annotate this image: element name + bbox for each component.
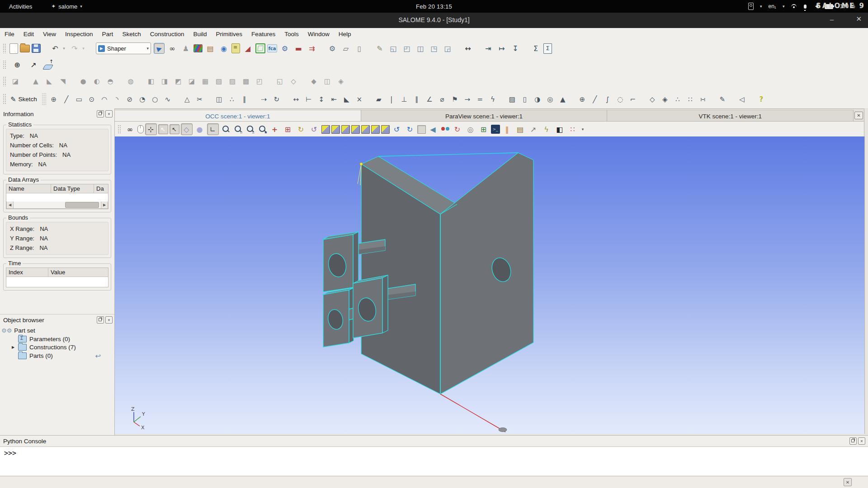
scale-icon[interactable]: ◈ [335,75,347,87]
sketch-translation-icon[interactable]: ⇢ [259,94,269,105]
presentation-params-icon[interactable]: ∷ [567,123,579,135]
extrusion-cut-icon[interactable]: ◣ [43,75,55,87]
constraint-horizontal-icon[interactable]: ⊥ [399,94,410,105]
python-console[interactable]: >>> [0,446,868,476]
constraint-parallel-icon[interactable]: ∥ [411,94,422,105]
tree-item-parameters[interactable]: Parameters (0) [0,335,114,343]
sketch-mirror-icon[interactable]: ◫ [214,94,225,105]
solid-points-icon[interactable]: ◈ [660,94,670,105]
boolean-fuse-icon[interactable]: ◧ [145,75,157,87]
status-close-icon[interactable]: ✕ [844,478,852,486]
pan-icon[interactable]: + [269,123,281,135]
reset-view-icon[interactable] [417,125,426,134]
remove-sub-shapes-icon[interactable]: ◰ [254,75,265,87]
select-cursor-icon[interactable] [158,124,168,134]
redo-options-icon[interactable]: ▾ [80,42,86,54]
scroll-track[interactable] [14,202,101,208]
constraint-fixed-icon[interactable]: ⚑ [449,94,460,105]
sketch-ellipse-icon[interactable]: ⊘ [124,94,135,105]
cloud-small-icon[interactable]: ∴ [672,94,683,105]
circle-3d-icon[interactable]: ◌ [615,94,626,105]
line-3d-icon[interactable]: ╱ [590,94,600,105]
notebook-sigma-icon[interactable]: Σ [530,42,542,54]
rotate-clockwise-icon[interactable]: ↻ [404,123,416,135]
float-panel-icon[interactable] [97,316,104,324]
sketch-trim-icon[interactable]: ✂ [194,94,205,105]
shape-group-icon[interactable]: ◁ [736,94,747,105]
undo-options-icon[interactable]: ▾ [61,42,67,54]
menu-inspection[interactable]: Inspection [61,29,98,39]
menu-window[interactable]: Window [303,29,334,39]
measurements-icon[interactable]: ▤ [514,123,526,135]
float-panel-icon[interactable] [97,110,104,117]
tree-item-parts[interactable]: Parts (0)↩ [0,351,114,361]
settings-icon[interactable]: ⚙ [326,42,338,54]
extrusion-icon[interactable]: ▲ [30,75,42,87]
mouse-bindings-icon[interactable] [137,125,144,133]
menu-help[interactable]: Help [334,29,356,39]
constraint-vertical-distance-icon[interactable]: ↕ [316,94,327,105]
primitive-box-icon[interactable]: ▨ [507,94,518,105]
dump-study-icon[interactable]: ✎ [374,42,386,54]
point-icon[interactable]: ⊕ [11,59,23,71]
sketch-rotation-icon[interactable]: ↻ [271,94,282,105]
data-arrays-hscrollbar[interactable]: ◀ ▶ [6,202,108,209]
polygon-selection-icon[interactable]: ◇ [181,123,193,135]
sketch-button[interactable]: ✎ Sketch [9,94,41,104]
point-3d-icon[interactable]: ⊕ [577,94,588,105]
constraint-horizontal-distance-icon[interactable]: ⇤ [329,94,340,105]
translation-icon[interactable]: ◇ [288,75,299,87]
sync-views-icon[interactable]: ‖ [501,123,513,135]
new-document-icon[interactable] [9,43,18,54]
cad-model[interactable] [323,153,533,394]
help-icon[interactable]: ? [756,94,767,105]
toolbar-grip[interactable] [3,76,6,87]
menu-features[interactable]: Features [247,29,280,39]
plane-icon[interactable] [42,65,53,70]
revolution-icon[interactable]: ● [77,75,89,87]
rotate-counterclockwise-icon[interactable]: ↺ [391,123,403,135]
window-split-icon[interactable]: ◫ [415,42,426,54]
union-icon[interactable]: ▩ [240,75,252,87]
intersection-icon[interactable]: ▨ [226,75,238,87]
clipboard-tray-icon[interactable] [748,3,754,10]
sketch-linear-copy-icon[interactable]: ∥ [239,94,250,105]
toolbar-grip[interactable] [3,60,6,70]
scroll-thumb[interactable] [65,202,99,208]
expand-icon[interactable]: ▶ [11,345,15,349]
symmetry-icon[interactable]: ◫ [321,75,333,87]
zoom-selection-icon[interactable]: ▪ [257,124,268,135]
tree-root-part-set[interactable]: ⚙⚙ Part set [0,326,114,335]
module-gear-icon[interactable]: ⚙ [279,42,291,54]
view-left-icon[interactable] [361,125,370,134]
clock[interactable]: Feb 20 13:15 [416,3,452,10]
close-panel-icon[interactable]: × [105,110,113,117]
menu-edit[interactable]: Edit [19,29,38,39]
view-front-icon[interactable] [321,125,330,134]
module-mesh-icon[interactable]: ♟ [180,42,192,54]
tree-item-constructions[interactable]: ▶Constructions (7) [0,343,114,351]
constraint-vertical-icon[interactable]: | [386,94,397,105]
sketch-arc-icon[interactable]: ◠ [99,94,110,105]
rotation-point-icon[interactable]: ↻ [295,123,307,135]
menu-build[interactable]: Build [189,29,211,39]
sketch-line-icon[interactable]: ╱ [61,94,72,105]
boolean-fill-icon[interactable]: ▦ [199,75,211,87]
module-notebook-icon[interactable] [231,43,240,53]
fit-all-icon[interactable] [220,124,231,135]
primitive-cylinder-icon[interactable]: ▯ [519,94,530,105]
sketch-elliptic-arc-icon[interactable]: ◔ [137,94,148,105]
ambient-light-icon[interactable]: ◎ [465,123,476,135]
sketch-rectangle-icon[interactable]: ▭ [74,94,85,105]
extrusion-fuse-icon[interactable]: ◥ [57,75,69,87]
global-pan-icon[interactable]: ⊞ [282,123,294,135]
menu-construction[interactable]: Construction [146,29,189,39]
tab-vtk[interactable]: VTK scene:1 - viewer:1 [607,110,854,122]
float-panel-icon[interactable] [849,437,857,445]
export-icon[interactable]: ↦ [496,42,508,54]
sketch-circle-3pt-icon[interactable]: ○ [150,94,160,105]
sketch-bspline-icon[interactable]: ∿ [162,94,173,105]
close-panel-icon[interactable]: × [858,437,865,445]
view-back-icon[interactable] [331,125,340,134]
toolbar-grip[interactable] [3,43,6,54]
